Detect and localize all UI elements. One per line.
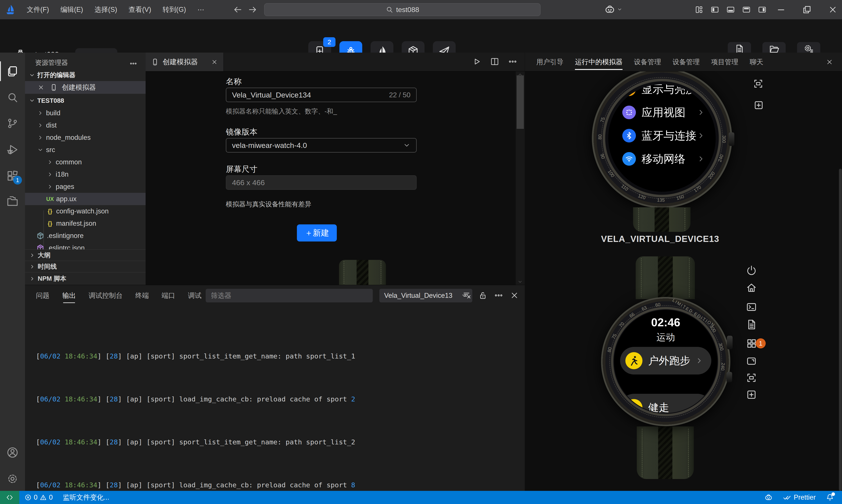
menu-item-display-brightness[interactable]: 显示与亮度: [608, 84, 716, 101]
project-root-header[interactable]: TEST088: [25, 95, 145, 107]
scroll-down-icon[interactable]: [518, 279, 523, 284]
clear-output-icon[interactable]: [462, 291, 472, 300]
toggle-panel-top-icon[interactable]: [742, 5, 751, 14]
sim-apps-grid-icon[interactable]: [746, 338, 757, 349]
menu-view[interactable]: 查看(V): [123, 0, 157, 19]
nav-back-icon[interactable]: [233, 5, 243, 15]
sim-log-icon[interactable]: [746, 319, 757, 330]
section-timeline[interactable]: 时间线: [25, 261, 145, 272]
remote-indicator[interactable]: [0, 491, 19, 504]
notifications[interactable]: [826, 493, 834, 502]
activity-run-debug[interactable]: [0, 138, 25, 162]
toggle-sidebar-left-icon[interactable]: [711, 5, 719, 14]
sim-add-icon[interactable]: [746, 389, 757, 400]
create-simulator-button[interactable]: ＋新建: [297, 224, 337, 241]
more-actions-icon[interactable]: [494, 291, 503, 300]
copilot-menu[interactable]: [604, 4, 622, 15]
menu-file[interactable]: 文件(F): [21, 0, 55, 19]
tab-output[interactable]: 输出: [62, 285, 76, 306]
activity-search[interactable]: [0, 86, 25, 110]
right-panel-scrollbar[interactable]: [839, 169, 842, 491]
close-panel-icon[interactable]: [510, 291, 519, 300]
sim-terminal-icon[interactable]: [746, 302, 757, 312]
output-channel-select[interactable]: Vela_Virtual_Device13: [379, 289, 472, 302]
sim-power-icon[interactable]: [746, 265, 757, 276]
tab-create-simulator[interactable]: 创建模拟器: [145, 53, 224, 71]
warnings-icon[interactable]: [40, 494, 47, 501]
menu-selection[interactable]: 选择(S): [89, 0, 123, 19]
customize-layout-icon[interactable]: [695, 5, 703, 14]
tab-device-manage-2[interactable]: 设备管理: [672, 53, 700, 71]
run-play-icon[interactable]: [472, 57, 481, 66]
log-output[interactable]: [06/02 18:46:34] [28] [ap] [sport] sport…: [25, 306, 525, 491]
menu-item-mobile-network[interactable]: 移动网络: [608, 147, 716, 170]
tree-item-manifest-json[interactable]: {}manifest.json: [25, 217, 145, 230]
sport-item-walk[interactable]: 健走: [620, 394, 711, 413]
simulator-watch-sport[interactable]: 02:46 运动 户外跑步 健走 606366707580400300240LI…: [601, 297, 731, 426]
tree-item-app-ux[interactable]: UXapp.ux: [25, 193, 145, 205]
menu-item-bluetooth[interactable]: 蓝牙与连接: [608, 124, 716, 147]
close-icon[interactable]: [38, 84, 44, 91]
tree-item-node-modules[interactable]: node_modules: [25, 131, 145, 144]
window-restore-icon[interactable]: [802, 5, 812, 15]
section-outline[interactable]: 大纲: [25, 249, 145, 261]
activity-account[interactable]: [0, 440, 25, 465]
sim-screen-frame-icon[interactable]: [746, 356, 757, 366]
image-version-select[interactable]: vela-miwear-watch-4.0: [226, 138, 417, 152]
watch1-add-icon[interactable]: [753, 100, 764, 110]
tree-item-i18n[interactable]: i18n: [25, 168, 145, 181]
menu-more[interactable]: ⋯: [192, 0, 210, 19]
menu-goto[interactable]: 转到(G): [157, 0, 192, 19]
tree-item-pages[interactable]: pages: [25, 181, 145, 193]
close-tab-icon[interactable]: [211, 59, 218, 65]
tree-item-src[interactable]: src: [25, 144, 145, 156]
split-editor-icon[interactable]: [490, 57, 499, 66]
scrollbar-thumb[interactable]: [516, 75, 524, 129]
tab-debug-console[interactable]: 调试控制台: [89, 285, 123, 306]
tab-debug[interactable]: 调试: [188, 285, 201, 306]
watch1-fit-screen-icon[interactable]: [753, 78, 764, 89]
tab-project-manage[interactable]: 项目管理: [711, 53, 738, 71]
tree-item-common[interactable]: common: [25, 156, 145, 168]
tab-problems[interactable]: 问题: [36, 285, 50, 306]
section-npm-scripts[interactable]: NPM 脚本: [25, 272, 145, 285]
watch2-screen[interactable]: 02:46 运动 户外跑步 健走: [614, 310, 717, 413]
sport-item-outdoor-run[interactable]: 户外跑步: [620, 347, 711, 375]
activity-remote-explorer[interactable]: [0, 189, 25, 213]
lock-scroll-icon[interactable]: [478, 291, 488, 300]
open-editor-item[interactable]: 创建模拟器: [25, 81, 145, 94]
activity-settings[interactable]: [0, 467, 25, 491]
errors-icon[interactable]: [24, 494, 32, 501]
activity-extensions[interactable]: 1: [0, 164, 25, 188]
sidebar-more-icon[interactable]: [129, 59, 137, 68]
toggle-sidebar-right-icon[interactable]: [758, 5, 767, 14]
simulator-watch-settings[interactable]: 显示与亮度 应用视图 蓝牙与连接 移动网络: [592, 71, 732, 208]
menu-item-app-view[interactable]: 应用视图: [608, 101, 716, 124]
tab-running-simulators[interactable]: 运行中的模拟器: [575, 53, 622, 71]
nav-forward-icon[interactable]: [248, 5, 258, 15]
toggle-panel-bottom-icon[interactable]: [726, 5, 735, 14]
more-actions-icon[interactable]: [508, 57, 517, 66]
tab-user-guide[interactable]: 用户引导: [536, 53, 563, 71]
sim-screenshot-icon[interactable]: [746, 372, 757, 383]
menu-edit[interactable]: 编辑(E): [55, 0, 89, 19]
close-panel-icon[interactable]: [826, 58, 833, 66]
screen-size-input[interactable]: 466 x 466: [226, 175, 417, 190]
window-minimize-icon[interactable]: [776, 5, 786, 15]
simulator-name-input[interactable]: Vela_Virtual_Device134 22 / 50: [226, 88, 417, 102]
open-editors-header[interactable]: 打开的编辑器: [25, 69, 145, 81]
editor-scrollbar[interactable]: [516, 71, 525, 285]
tab-ports[interactable]: 端口: [162, 285, 175, 306]
tree-item-config-watch-json[interactable]: {}config-watch.json: [25, 205, 145, 217]
window-close-icon[interactable]: [828, 5, 838, 15]
tree-item-dist[interactable]: dist: [25, 119, 145, 131]
command-search-box[interactable]: test088: [264, 3, 541, 16]
log-filter-box[interactable]: [206, 289, 373, 302]
tree-item-build[interactable]: build: [25, 107, 145, 119]
tab-terminal[interactable]: 终端: [135, 285, 149, 306]
tab-chat[interactable]: 聊天: [750, 53, 763, 71]
prettier-status[interactable]: Prettier: [783, 493, 816, 502]
copilot-icon[interactable]: [765, 493, 773, 502]
tab-device-manage-1[interactable]: 设备管理: [634, 53, 661, 71]
sim-home-icon[interactable]: [746, 282, 757, 293]
